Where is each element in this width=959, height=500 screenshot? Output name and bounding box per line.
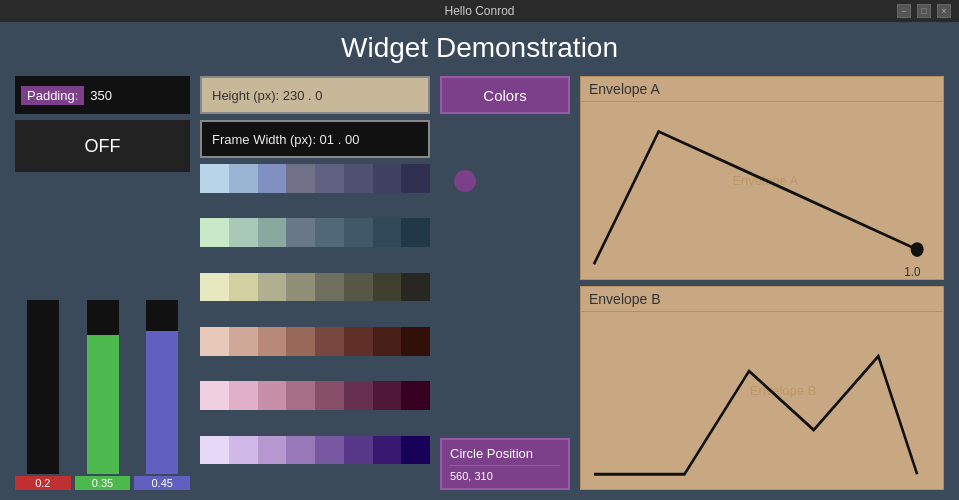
maximize-button[interactable]: □ bbox=[917, 4, 931, 18]
color-cell-44[interactable] bbox=[315, 436, 344, 465]
color-cell-40[interactable] bbox=[200, 436, 229, 465]
color-cell-32[interactable] bbox=[200, 381, 229, 410]
color-cell-41[interactable] bbox=[229, 436, 258, 465]
color-cell-9[interactable] bbox=[229, 218, 258, 247]
window-controls[interactable]: − □ × bbox=[897, 4, 951, 18]
color-cell-38[interactable] bbox=[373, 381, 402, 410]
color-cell-19[interactable] bbox=[286, 273, 315, 302]
envelope-a-header: Envelope A bbox=[581, 77, 943, 102]
color-cell-21[interactable] bbox=[344, 273, 373, 302]
circle-position-label: Circle Position bbox=[450, 446, 560, 461]
column-1: Padding: 350 OFF 0.2 0.35 bbox=[15, 76, 190, 490]
color-cell-37[interactable] bbox=[344, 381, 373, 410]
color-cell-47[interactable] bbox=[401, 436, 430, 465]
color-cell-18[interactable] bbox=[258, 273, 287, 302]
padding-widget: Padding: 350 bbox=[15, 76, 190, 114]
color-cell-5[interactable] bbox=[344, 164, 373, 193]
color-cell-29[interactable] bbox=[344, 327, 373, 356]
color-cell-3[interactable] bbox=[286, 164, 315, 193]
color-cell-12[interactable] bbox=[315, 218, 344, 247]
colors-button[interactable]: Colors bbox=[440, 76, 570, 114]
color-cell-11[interactable] bbox=[286, 218, 315, 247]
color-cell-4[interactable] bbox=[315, 164, 344, 193]
title-bar: Hello Conrod − □ × bbox=[0, 0, 959, 22]
color-cell-10[interactable] bbox=[258, 218, 287, 247]
slider-2[interactable]: 0.35 bbox=[75, 300, 131, 490]
color-cell-28[interactable] bbox=[315, 327, 344, 356]
slider-3[interactable]: 0.45 bbox=[134, 300, 190, 490]
circle-position-value: 560, 310 bbox=[450, 465, 560, 482]
color-cell-14[interactable] bbox=[373, 218, 402, 247]
column-3: Colors Circle Position 560, 310 bbox=[440, 76, 570, 490]
color-cell-35[interactable] bbox=[286, 381, 315, 410]
color-cell-46[interactable] bbox=[373, 436, 402, 465]
color-cell-24[interactable] bbox=[200, 327, 229, 356]
color-cell-25[interactable] bbox=[229, 327, 258, 356]
color-cell-1[interactable] bbox=[229, 164, 258, 193]
widgets-row: Padding: 350 OFF 0.2 0.35 bbox=[15, 76, 944, 490]
color-cell-36[interactable] bbox=[315, 381, 344, 410]
slider-3-fill bbox=[146, 331, 178, 474]
window-title: Hello Conrod bbox=[444, 4, 514, 18]
color-cell-2[interactable] bbox=[258, 164, 287, 193]
color-grid bbox=[200, 164, 430, 490]
envelope-a-canvas: Envelope A 1.0 bbox=[581, 102, 943, 279]
slider-1-value: 0.2 bbox=[15, 476, 71, 490]
color-cell-23[interactable] bbox=[401, 273, 430, 302]
color-cell-8[interactable] bbox=[200, 218, 229, 247]
color-cell-30[interactable] bbox=[373, 327, 402, 356]
slider-2-fill bbox=[87, 335, 119, 474]
slider-1-track[interactable] bbox=[27, 300, 59, 474]
minimize-button[interactable]: − bbox=[897, 4, 911, 18]
color-cell-17[interactable] bbox=[229, 273, 258, 302]
color-cell-39[interactable] bbox=[401, 381, 430, 410]
envelope-b-svg bbox=[581, 312, 943, 489]
circle-container: Circle Position 560, 310 bbox=[440, 122, 570, 490]
off-button[interactable]: OFF bbox=[15, 120, 190, 172]
frame-width-label: Frame Width (px): 01 . 00 bbox=[212, 132, 359, 147]
sliders-row: 0.2 0.35 0.45 bbox=[15, 178, 190, 490]
slider-1-fill bbox=[27, 331, 59, 474]
circle-dot bbox=[454, 170, 476, 192]
column-2: Height (px): 230 . 0 Frame Width (px): 0… bbox=[200, 76, 430, 490]
close-button[interactable]: × bbox=[937, 4, 951, 18]
color-cell-16[interactable] bbox=[200, 273, 229, 302]
color-cell-34[interactable] bbox=[258, 381, 287, 410]
frame-width-field[interactable]: Frame Width (px): 01 . 00 bbox=[200, 120, 430, 158]
color-cell-6[interactable] bbox=[373, 164, 402, 193]
padding-value: 350 bbox=[90, 88, 112, 103]
height-field[interactable]: Height (px): 230 . 0 bbox=[200, 76, 430, 114]
color-cell-27[interactable] bbox=[286, 327, 315, 356]
slider-3-value: 0.45 bbox=[134, 476, 190, 490]
color-cell-45[interactable] bbox=[344, 436, 373, 465]
envelope-a-svg: 1.0 bbox=[581, 102, 943, 279]
svg-text:1.0: 1.0 bbox=[904, 264, 920, 279]
slider-2-value: 0.35 bbox=[75, 476, 131, 490]
main-content: Widget Demonstration Padding: 350 OFF 0.… bbox=[0, 22, 959, 500]
color-cell-31[interactable] bbox=[401, 327, 430, 356]
color-cell-13[interactable] bbox=[344, 218, 373, 247]
slider-1[interactable]: 0.2 bbox=[15, 300, 71, 490]
column-4: Envelope A Envelope A 1.0 Envelope B Env… bbox=[580, 76, 944, 490]
color-cell-22[interactable] bbox=[373, 273, 402, 302]
svg-point-0 bbox=[911, 242, 924, 257]
slider-3-track[interactable] bbox=[146, 300, 178, 474]
color-cell-15[interactable] bbox=[401, 218, 430, 247]
circle-position-box: Circle Position 560, 310 bbox=[440, 438, 570, 490]
page-title: Widget Demonstration bbox=[15, 32, 944, 64]
envelope-a-box: Envelope A Envelope A 1.0 bbox=[580, 76, 944, 280]
envelope-b-canvas: Envelope B bbox=[581, 312, 943, 489]
envelope-b-box: Envelope B Envelope B bbox=[580, 286, 944, 490]
color-cell-33[interactable] bbox=[229, 381, 258, 410]
color-cell-42[interactable] bbox=[258, 436, 287, 465]
height-label: Height (px): 230 . 0 bbox=[212, 88, 323, 103]
color-cell-7[interactable] bbox=[401, 164, 430, 193]
padding-label: Padding: bbox=[21, 86, 84, 105]
color-cell-20[interactable] bbox=[315, 273, 344, 302]
color-cell-43[interactable] bbox=[286, 436, 315, 465]
color-cell-26[interactable] bbox=[258, 327, 287, 356]
slider-2-track[interactable] bbox=[87, 300, 119, 474]
color-cell-0[interactable] bbox=[200, 164, 229, 193]
envelope-b-header: Envelope B bbox=[581, 287, 943, 312]
